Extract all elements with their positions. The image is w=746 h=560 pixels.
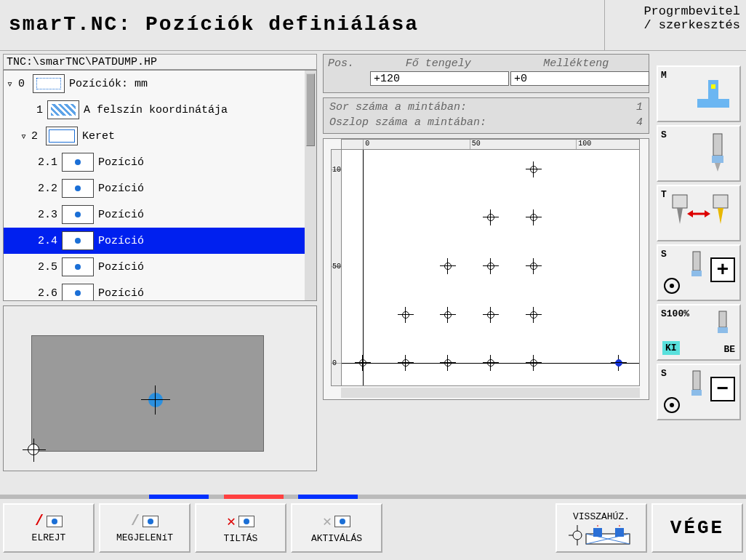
tree-label: Pozíciók: mm [69,78,148,90]
plot-point[interactable] [529,358,539,368]
rows-label: Sor száma a mintában: [329,101,467,113]
x-icon: ✕ [323,512,332,530]
position-icon [62,153,94,172]
tree-label: Pozíció [98,261,144,273]
point-marker-icon [143,516,159,527]
pattern-info: Sor száma a mintában: 1 Oszlop száma a m… [323,97,649,134]
tree-position-row[interactable]: 2.1Pozíció [4,149,305,175]
side-s100-button[interactable]: S100% KI BE [657,304,741,361]
tree-position-row[interactable]: 2.5Pozíció [4,254,305,280]
svg-point-14 [670,403,674,407]
plot-point[interactable] [486,358,496,368]
tree-label: Pozíció [98,287,144,300]
plot-point[interactable] [529,261,539,271]
svg-rect-11 [719,311,726,327]
plot-point[interactable] [401,310,411,320]
plot-point[interactable] [358,358,368,368]
ki-label: KI [662,341,680,355]
spindle-icon [703,131,732,175]
x-icon: ✕ [227,512,236,530]
plot-point[interactable] [443,310,453,320]
tree-idx: 2.5 [7,261,57,273]
header-bar: smarT.NC: Pozíciók definiálása Progrmbev… [0,0,746,51]
plot-point[interactable] [401,358,411,368]
tree-surface[interactable]: 1 A felszín koordinátája [4,97,305,123]
softkey-pager[interactable] [0,495,746,499]
tree-label: Pozíció [98,209,144,221]
svg-rect-4 [712,156,723,163]
softkey-retract[interactable]: VISSZAHÚZ. [556,503,647,553]
position-icon [62,284,94,300]
softkey-deny[interactable]: ✕ TILTÁS [195,503,286,553]
spindle-small-icon [713,310,732,342]
plot-point[interactable] [443,261,453,271]
plot-point[interactable] [486,212,496,223]
surface-icon [47,100,79,119]
side-s-button[interactable]: S [657,125,741,182]
tree-label: Pozíció [98,183,144,195]
side-m-button[interactable]: M [657,65,741,122]
tree-idx: 0 [18,78,28,90]
tree-idx: 1 [7,104,43,116]
plot-point[interactable] [443,358,453,368]
tree-idx: 2.3 [7,209,57,221]
tree-root[interactable]: ▿ 0 Pozíciók: mm [4,71,305,97]
tree-frame[interactable]: ▿ 2 Keret [4,123,305,149]
softkey-label: TILTÁS [224,533,258,544]
plot-hscroll[interactable] [341,388,640,398]
side-s-label: S [661,129,667,177]
softkey-label: VISSZAHÚZ. [573,511,630,522]
softkey-label: VÉGE [670,517,724,539]
softkey-activate[interactable]: ✕ AKTIVÁLÁS [291,503,382,553]
svg-rect-5 [673,195,687,208]
preview-3d [3,305,317,471]
tree-label: A felszín koordinátája [84,104,228,116]
side-t-button[interactable]: T [657,185,741,241]
tree-idx: 2.2 [7,183,57,195]
plot-point[interactable] [529,212,539,223]
tree-position-row[interactable]: 2.4Pozíció [4,228,305,254]
point-marker-icon [334,516,350,527]
svg-rect-19 [593,528,602,537]
knob-icon [661,394,683,416]
mode-line2: / szerkesztés [611,18,740,32]
svg-rect-0 [697,99,729,108]
plot-point-selected[interactable] [614,358,624,368]
svg-rect-10 [691,271,702,276]
side-s-plus-button[interactable]: S + [657,244,741,301]
tree-position-row[interactable]: 2.3Pozíció [4,201,305,228]
spindle-small-icon [687,250,706,287]
program-tree[interactable]: ▿ 0 Pozíciók: mm 1 A felszín koordinátáj… [3,70,317,301]
origin-marker-icon [28,444,39,455]
minor-axis-input[interactable] [510,71,649,86]
plot-point[interactable] [529,164,539,175]
plot-point[interactable] [486,310,496,320]
point-marker-icon [47,516,63,527]
tree-label: Pozíció [98,235,144,247]
tree-position-row[interactable]: 2.2Pozíció [4,175,305,201]
tree-label: Keret [82,130,115,143]
pos-label: Pos. [328,57,369,70]
machine-icon [690,77,734,113]
plot-point[interactable] [529,310,539,320]
softkey-hide[interactable]: / ELREJT [3,503,95,553]
position-icon [62,257,94,276]
be-label: BE [723,344,735,355]
tree-idx: 2.4 [7,235,57,247]
main-axis-input[interactable] [370,71,509,86]
svg-point-8 [670,284,674,288]
minor-axis-label: Mellékteng [508,57,645,70]
position-icon [62,205,94,224]
softkey-label: MEGJELENíT [116,532,173,543]
tree-scrollbar[interactable] [305,71,316,300]
position-icon [62,231,94,250]
tree-label: Pozíció [98,156,144,169]
plot-point[interactable] [486,261,496,271]
tree-position-row[interactable]: 2.6Pozíció [4,280,305,300]
knob-icon [661,275,683,297]
softkey-show[interactable]: / MEGJELENíT [99,503,190,553]
pattern-plot[interactable]: 050100 050100 [323,138,649,400]
softkey-end[interactable]: VÉGE [651,503,743,553]
side-s-minus-button[interactable]: S − [657,364,741,420]
params-panel: Pos. Fő tengely Mellékteng [323,54,649,93]
